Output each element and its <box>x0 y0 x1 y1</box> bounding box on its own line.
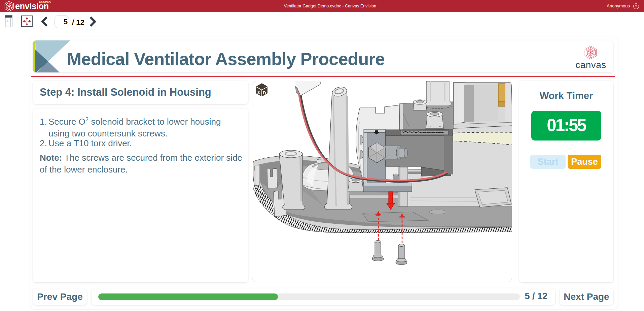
svg-text:D: D <box>263 90 266 95</box>
svg-text:3: 3 <box>257 90 260 95</box>
